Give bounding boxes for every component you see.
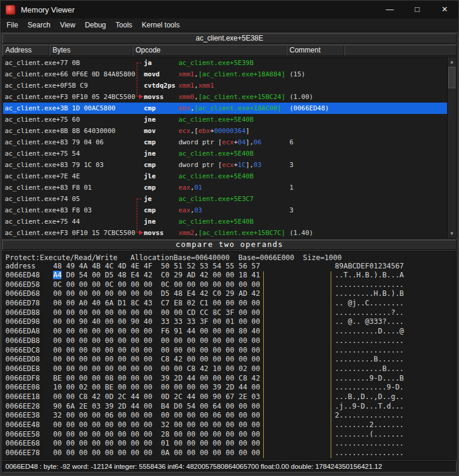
hex-dump-panel[interactable]: Protect:Execute/Read/Write AllocationBas… [2, 251, 457, 460]
dump-row-address: 0066ED78 [5, 299, 40, 308]
window-controls: — □ ✕ [376, 1, 458, 18]
dump-row[interactable]: 0066ED6800 00 00 00 00 00 00 00 D5 48 E4… [3, 289, 456, 299]
dump-row-address: 0066EDE8 [5, 364, 40, 374]
disasm-row[interactable]: ac_client.exe+83 79 1C 03cmpdword ptr [e… [3, 159, 447, 171]
menu-file[interactable]: File [2, 20, 23, 30]
jump-arrow-icon [139, 230, 143, 235]
instruction-address-bytes: ac_client.exe+77 0B [5, 57, 80, 69]
instruction-address-bytes: ac_client.exe+75 60 [5, 114, 80, 125]
opcode-mnemonic: cmp [144, 137, 156, 148]
disasm-row[interactable]: ac_client.exe+66 0F6E 0D 84A85800movdxmm… [3, 69, 447, 80]
disasm-row[interactable]: ac_client.exe+0F5B C9cvtdq2psxmm1,xmm1 [3, 80, 447, 91]
column-header-address[interactable]: Address [2, 45, 50, 56]
instruction-address-bytes: ac_client.exe+0F5B C9 [5, 80, 88, 91]
dump-row[interactable]: 0066EE2890 6A 2E 03 39 2D 44 00 B4 D0 54… [3, 402, 456, 412]
dump-row[interactable]: 0066EE5800 00 00 00 00 00 00 00 28 00 00… [3, 430, 456, 440]
opcode-mnemonic: jne [144, 216, 156, 227]
dump-row-bytes: 00 00 00 00 00 00 00 00 F6 91 44 00 00 0… [53, 327, 260, 336]
dump-row[interactable]: 0066EE6800 00 00 00 00 00 00 00 01 00 00… [3, 439, 456, 449]
menu-debug[interactable]: Debug [80, 20, 110, 30]
dump-row-address: 0066EE38 [5, 411, 40, 421]
menu-view[interactable]: View [55, 20, 80, 30]
disasm-row[interactable]: ac_client.exe+77 0Bjaac_client.exe+5E39B [3, 57, 447, 69]
window-title: Memory Viewer [21, 5, 376, 14]
instruction-address-bytes: ac_client.exe+66 0F6E 0D 84A85800 [5, 69, 135, 80]
dump-row[interactable]: 0066EDD800 00 00 00 00 00 00 00 C8 42 00… [3, 355, 456, 364]
menu-tools[interactable]: Tools [111, 20, 137, 30]
dump-row-bytes: 00 00 A0 40 6A D1 8C 43 C7 E8 02 C1 00 0… [53, 299, 260, 308]
menu-search[interactable]: Search [23, 20, 55, 30]
disasm-row[interactable]: ac_client.exe+83 79 04 06cmpdword ptr [e… [3, 137, 447, 148]
dump-row[interactable]: 0066ED8800 00 00 00 00 00 00 00 00 00 CD… [3, 308, 456, 318]
dump-row[interactable]: 0066ED7800 00 A0 40 6A D1 8C 43 C7 E8 02… [3, 299, 456, 308]
disasm-row[interactable]: ac_client.exe+75 60jneac_client.exe+5E40… [3, 114, 447, 125]
dump-row[interactable]: 0066EDB800 00 00 00 00 00 00 00 00 00 00… [3, 336, 456, 346]
dump-header-byte-offsets: 48 49 4A 4B 4C 4D 4E 4F 50 51 52 53 54 5… [53, 262, 260, 270]
dump-row-ascii: ................ [335, 449, 404, 458]
dump-row[interactable]: 0066EDA800 00 00 00 00 00 00 00 F6 91 44… [3, 327, 456, 336]
operands: ac_client.exe+5E3C7 [178, 193, 254, 205]
dump-row[interactable]: 0066EDE800 00 00 00 00 00 00 00 00 00 C8… [3, 364, 456, 374]
opcode-mnemonic: cmp [144, 182, 156, 193]
dump-row-ascii: ................ [335, 346, 404, 356]
opcode-mnemonic: cvtdq2ps [144, 80, 175, 91]
disasm-scrollbar[interactable]: ▲ ▼ [447, 57, 456, 238]
dump-row-ascii: ..........D....@ [335, 327, 404, 336]
disasm-row[interactable]: ac_client.exe+75 44jneac_client.exe+5E40… [3, 216, 447, 227]
dump-row[interactable]: 0066EE7800 00 00 00 00 00 00 00 0A 00 00… [3, 449, 456, 458]
operands: ebx,[ac_client.exe+18AC00] [178, 103, 281, 114]
disasm-row[interactable]: ac_client.exe+3B 1D 00AC5800cmpebx,[ac_c… [3, 103, 447, 114]
selected-byte[interactable]: A4 [53, 271, 61, 279]
dump-row[interactable]: 0066EE4800 00 00 00 00 00 00 00 32 00 00… [3, 421, 456, 430]
dump-row-bytes: 32 00 00 00 06 00 00 00 00 00 00 00 06 0… [53, 411, 260, 421]
dump-header-address-label: address [5, 262, 36, 270]
dump-rows: 0066ED48A4 D0 54 00 D5 48 E4 42 C0 29 AD… [3, 271, 456, 458]
menu-kernel-tools[interactable]: Kernel tools [137, 20, 184, 30]
scroll-up-icon[interactable]: ▲ [448, 57, 456, 66]
dump-row[interactable]: 0066EDF8BE 00 00 00 08 00 00 00 39 2D 44… [3, 374, 456, 384]
disassembly-address-header[interactable]: ac_client.exe+5E38E [2, 33, 457, 44]
dump-row[interactable]: 0066ED9800 00 90 40 00 00 90 40 33 33 33… [3, 317, 456, 327]
disasm-row[interactable]: ac_client.exe+F3 0F10 15 7CBC5500movssxm… [3, 227, 447, 239]
instruction-address-bytes: ac_client.exe+74 05 [5, 193, 80, 205]
close-button[interactable]: ✕ [431, 1, 458, 18]
disasm-list[interactable]: ac_client.exe+77 0Bjaac_client.exe+5E39B… [2, 57, 457, 239]
dump-row-ascii: .. @j..C........ [335, 299, 404, 308]
scrollbar-thumb[interactable] [448, 67, 455, 88]
minimize-button[interactable]: — [376, 1, 403, 18]
operands: xmm1,xmm1 [178, 80, 214, 91]
dump-row-address: 0066ED68 [5, 289, 40, 299]
dump-row-ascii: .........H.B.).B [335, 289, 404, 299]
disasm-row[interactable]: ac_client.exe+8B 8B 64030000movecx,[ebx+… [3, 125, 447, 137]
dump-row-address: 0066EE78 [5, 449, 40, 458]
column-header-opcode[interactable]: Opcode [133, 45, 287, 56]
dump-row-bytes: 00 00 00 00 00 00 00 00 00 00 00 00 00 0… [53, 336, 260, 346]
dump-row-address: 0066EE58 [5, 430, 40, 440]
column-header-bytes[interactable]: Bytes [50, 45, 133, 56]
dump-row-ascii: ............9-D. [335, 383, 404, 392]
dump-row[interactable]: 0066ED580C 00 00 00 0C 00 00 00 0C 00 00… [3, 280, 456, 290]
disasm-row[interactable]: ac_client.exe+75 54jneac_client.exe+5E40… [3, 148, 447, 159]
scroll-down-icon[interactable]: ▼ [448, 229, 456, 238]
column-header-comment[interactable]: Comment [287, 45, 344, 56]
maximize-button[interactable]: □ [403, 1, 431, 18]
instruction-address-bytes: ac_client.exe+75 44 [5, 216, 80, 227]
dump-row[interactable]: 0066EDC800 00 00 00 00 00 00 00 00 00 00… [3, 346, 456, 356]
dump-row-bytes: 00 00 00 00 00 00 00 00 28 00 00 00 00 0… [53, 430, 260, 440]
dump-row[interactable]: 0066EE0810 00 02 00 BE 00 00 00 00 00 00… [3, 383, 456, 392]
dump-row[interactable]: 0066ED48A4 D0 54 00 D5 48 E4 42 C0 29 AD… [3, 271, 456, 280]
disasm-row[interactable]: ac_client.exe+F3 0F10 05 24BC5500movssxm… [3, 91, 447, 103]
dump-row[interactable]: 0066EE3832 00 00 00 06 00 00 00 00 00 00… [3, 411, 456, 421]
disasm-row[interactable]: ac_client.exe+83 F8 03cmpeax,033 [3, 205, 447, 216]
dump-row-address: 0066EDC8 [5, 346, 40, 356]
opcode-mnemonic: cmp [144, 205, 156, 216]
dump-row-ascii: ................ [335, 336, 404, 346]
instruction-comment: (15) [289, 69, 306, 80]
disasm-row[interactable]: ac_client.exe+74 05jeac_client.exe+5E3C7 [3, 193, 447, 205]
disasm-row[interactable]: ac_client.exe+83 F8 01cmpeax,011 [3, 182, 447, 193]
instruction-comment: (1.40) [289, 227, 313, 239]
title-bar[interactable]: Memory Viewer — □ ✕ [1, 1, 458, 18]
operands: eax,03 [178, 205, 202, 216]
dump-row[interactable]: 0066EE1800 00 C8 42 0D 2C 44 00 0D 2C 44… [3, 392, 456, 402]
disasm-row[interactable]: ac_client.exe+7E 4Ejleac_client.exe+5E40… [3, 171, 447, 182]
